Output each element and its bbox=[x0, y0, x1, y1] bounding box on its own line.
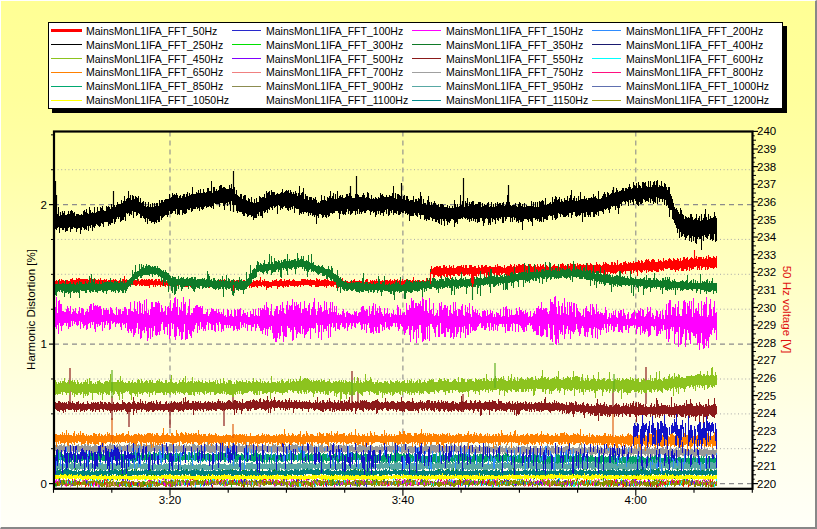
svg-text:0: 0 bbox=[41, 478, 47, 490]
svg-text:3:20: 3:20 bbox=[159, 494, 181, 506]
svg-text:234: 234 bbox=[757, 231, 777, 243]
svg-text:227: 227 bbox=[757, 354, 776, 366]
svg-text:233: 233 bbox=[757, 249, 776, 261]
svg-text:239: 239 bbox=[757, 143, 776, 155]
svg-text:3:40: 3:40 bbox=[392, 494, 414, 506]
svg-text:4:00: 4:00 bbox=[625, 494, 647, 506]
svg-text:230: 230 bbox=[757, 302, 776, 314]
svg-text:221: 221 bbox=[757, 460, 776, 472]
svg-text:223: 223 bbox=[757, 425, 776, 437]
svg-text:1: 1 bbox=[41, 338, 47, 350]
svg-text:235: 235 bbox=[757, 214, 776, 226]
svg-text:238: 238 bbox=[757, 161, 776, 173]
svg-text:231: 231 bbox=[757, 284, 776, 296]
svg-text:228: 228 bbox=[757, 337, 776, 349]
svg-text:226: 226 bbox=[757, 372, 776, 384]
svg-text:229: 229 bbox=[757, 319, 776, 331]
svg-text:225: 225 bbox=[757, 390, 776, 402]
svg-text:240: 240 bbox=[757, 125, 776, 137]
svg-text:232: 232 bbox=[757, 266, 776, 278]
svg-text:237: 237 bbox=[757, 178, 776, 190]
svg-text:224: 224 bbox=[757, 407, 777, 419]
svg-text:222: 222 bbox=[757, 442, 776, 454]
svg-text:220: 220 bbox=[757, 478, 776, 490]
svg-text:236: 236 bbox=[757, 196, 776, 208]
svg-text:2: 2 bbox=[41, 199, 47, 211]
